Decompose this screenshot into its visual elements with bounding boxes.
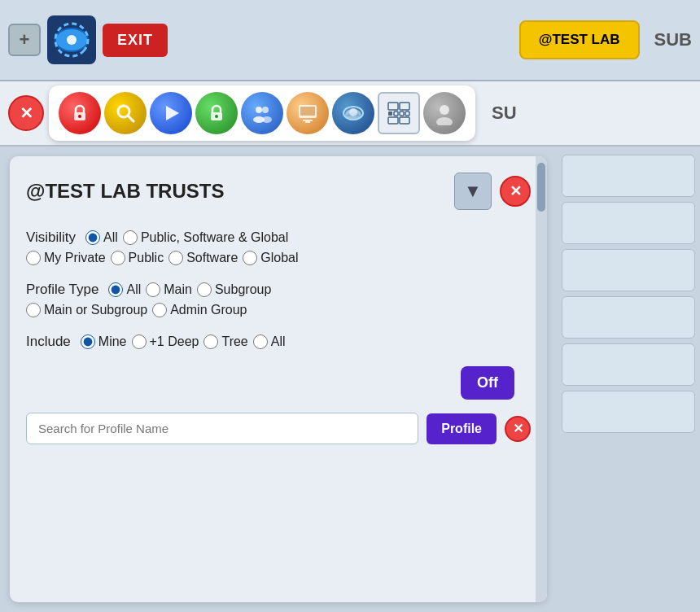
include-all-option[interactable]: All xyxy=(253,334,286,349)
visibility-software-option[interactable]: Software xyxy=(168,251,238,265)
svg-point-10 xyxy=(256,107,262,113)
right-sub-label: SU xyxy=(492,103,517,124)
green-lock-icon[interactable] xyxy=(195,92,238,134)
off-button[interactable]: Off xyxy=(461,366,514,400)
profile-type-row-1: Profile Type All Main Subgroup xyxy=(26,282,531,298)
svg-line-6 xyxy=(128,116,133,121)
svg-rect-21 xyxy=(388,103,398,110)
right-panel xyxy=(557,146,700,612)
icon-row xyxy=(49,85,475,141)
list-item xyxy=(562,155,695,197)
panel-sort-button[interactable]: ▼ xyxy=(454,173,492,210)
scrollbar-thumb xyxy=(537,163,545,212)
visibility-row-2: My Private Public Software Global xyxy=(26,251,531,265)
add-button[interactable]: + xyxy=(8,24,41,56)
profile-type-main-option[interactable]: Main xyxy=(146,282,192,297)
profile-button[interactable]: Profile xyxy=(427,413,497,444)
panel-scrollbar[interactable] xyxy=(536,156,547,602)
include-label: Include xyxy=(26,334,71,350)
profile-type-subgroup-option[interactable]: Subgroup xyxy=(197,282,271,297)
list-item xyxy=(562,249,695,291)
visibility-my-private-option[interactable]: My Private xyxy=(26,251,106,265)
svg-marker-7 xyxy=(166,106,179,120)
person-icon[interactable] xyxy=(423,92,466,134)
top-toolbar: + EXIT @TEST LAB SUB xyxy=(0,0,700,81)
svg-rect-22 xyxy=(400,103,409,110)
search-close-button[interactable]: ✕ xyxy=(505,416,531,442)
lock-icon[interactable] xyxy=(59,92,101,134)
visibility-all-option[interactable]: All xyxy=(85,230,118,245)
icon-toolbar: ✕ xyxy=(0,81,700,146)
svg-point-2 xyxy=(67,35,77,45)
svg-point-9 xyxy=(215,115,218,118)
monitor-icon[interactable] xyxy=(287,92,329,134)
trusts-panel: @TEST LAB TRUSTS ▼ ✕ Visibility All Publ… xyxy=(10,156,547,602)
cloud-icon[interactable] xyxy=(332,92,374,134)
svg-rect-17 xyxy=(300,107,315,116)
profile-type-row-2: Main or Subgroup Admin Group xyxy=(26,303,531,317)
search-profile-input[interactable] xyxy=(26,413,418,444)
include-tree-option[interactable]: Tree xyxy=(203,334,247,349)
group-icon[interactable] xyxy=(241,92,283,134)
panel-close-button[interactable]: ✕ xyxy=(500,176,531,207)
svg-rect-23 xyxy=(388,111,392,116)
list-item xyxy=(562,343,695,386)
profile-type-label: Profile Type xyxy=(26,282,98,298)
panel-title: @TEST LAB TRUSTS xyxy=(26,180,446,203)
panel-header: @TEST LAB TRUSTS ▼ ✕ xyxy=(26,173,531,210)
include-row: Include Mine +1 Deep Tree All xyxy=(26,334,531,350)
svg-point-30 xyxy=(436,117,453,125)
svg-rect-16 xyxy=(305,121,310,123)
svg-point-20 xyxy=(349,108,357,116)
test-lab-button[interactable]: @TEST LAB xyxy=(519,20,640,59)
svg-rect-27 xyxy=(388,117,398,124)
profile-type-main-or-sub-option[interactable]: Main or Subgroup xyxy=(26,303,147,317)
list-item xyxy=(562,296,695,339)
svg-rect-28 xyxy=(400,117,409,124)
include-section: Include Mine +1 Deep Tree All xyxy=(26,334,531,350)
svg-rect-24 xyxy=(394,111,398,116)
svg-rect-15 xyxy=(303,120,313,121)
visibility-public-option[interactable]: Public xyxy=(111,251,164,265)
grid-icon[interactable] xyxy=(378,92,420,134)
visibility-row-1: Visibility All Public, Software & Global xyxy=(26,230,531,246)
search-magnifier-icon[interactable] xyxy=(104,92,147,134)
search-row: Profile ✕ xyxy=(26,413,531,444)
list-item xyxy=(562,202,695,244)
toolbar-close-button[interactable]: ✕ xyxy=(8,95,44,131)
visibility-global-option[interactable]: Global xyxy=(243,251,298,265)
svg-rect-25 xyxy=(400,111,404,116)
visibility-label: Visibility xyxy=(26,230,76,246)
svg-rect-26 xyxy=(405,111,409,116)
logo-button[interactable] xyxy=(47,15,96,64)
include-plus1-option[interactable]: +1 Deep xyxy=(132,334,199,349)
svg-point-13 xyxy=(262,116,272,123)
profile-type-all-option[interactable]: All xyxy=(108,282,141,297)
include-mine-option[interactable]: Mine xyxy=(81,334,127,349)
visibility-section: Visibility All Public, Software & Global… xyxy=(26,230,531,265)
sub-label: SUB xyxy=(654,29,692,50)
svg-point-29 xyxy=(440,105,449,115)
profile-type-section: Profile Type All Main Subgroup Main or xyxy=(26,282,531,317)
main-area: @TEST LAB TRUSTS ▼ ✕ Visibility All Publ… xyxy=(0,146,700,612)
profile-type-admin-group-option[interactable]: Admin Group xyxy=(152,303,247,317)
exit-button[interactable]: EXIT xyxy=(103,24,168,57)
list-item xyxy=(562,391,695,433)
visibility-public-sw-global-option[interactable]: Public, Software & Global xyxy=(123,230,288,245)
svg-point-11 xyxy=(262,107,269,113)
play-icon[interactable] xyxy=(150,92,192,134)
svg-point-4 xyxy=(78,115,81,118)
